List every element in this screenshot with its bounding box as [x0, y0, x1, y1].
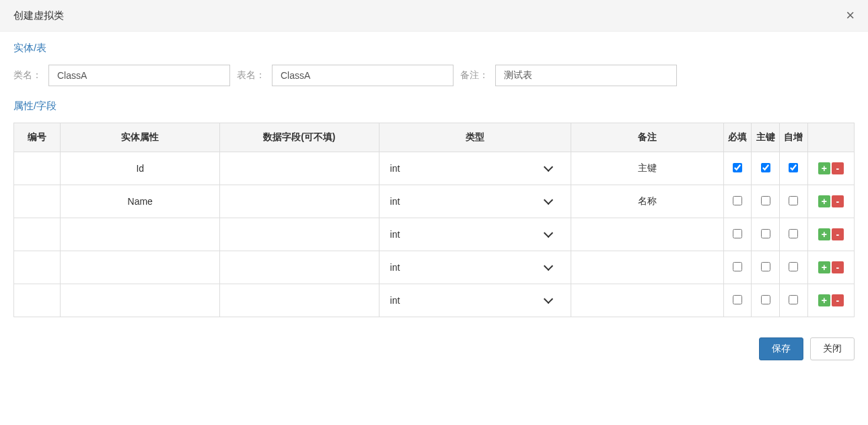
type-select[interactable]: int: [385, 292, 566, 308]
cell-auto: [779, 185, 807, 218]
table-row: Nameint名称+-: [14, 185, 855, 218]
auto-checkbox[interactable]: [789, 163, 798, 172]
table-name-label: 表名：: [237, 69, 265, 81]
cell-field[interactable]: [220, 152, 379, 185]
section-entity-title: 实体/表: [13, 42, 855, 55]
cell-remark[interactable]: [571, 218, 724, 251]
cell-required: [723, 185, 752, 218]
remove-row-button[interactable]: -: [832, 162, 844, 174]
add-row-button[interactable]: +: [818, 261, 830, 273]
cell-field[interactable]: [220, 218, 379, 251]
class-name-label: 类名：: [13, 69, 42, 81]
cell-no[interactable]: [14, 284, 61, 317]
modal-footer: 保存 关闭: [0, 327, 868, 370]
cell-attr[interactable]: Name: [61, 185, 220, 218]
cell-attr[interactable]: [61, 218, 220, 251]
cell-required: [723, 251, 752, 284]
cell-required: [723, 284, 752, 317]
pk-checkbox[interactable]: [761, 229, 770, 238]
remove-row-button[interactable]: -: [832, 294, 844, 306]
th-auto: 自增: [779, 123, 807, 152]
table-row: int+-: [14, 218, 855, 251]
add-row-button[interactable]: +: [818, 228, 830, 240]
pk-checkbox[interactable]: [761, 163, 770, 172]
cell-field[interactable]: [220, 284, 379, 317]
auto-checkbox[interactable]: [789, 229, 798, 238]
cell-pk: [752, 152, 780, 185]
cell-attr[interactable]: [61, 284, 220, 317]
pk-checkbox[interactable]: [761, 295, 770, 304]
cell-remark[interactable]: [571, 251, 724, 284]
cell-actions: +-: [807, 152, 855, 185]
cell-pk: [752, 218, 780, 251]
th-type: 类型: [379, 123, 571, 152]
required-checkbox[interactable]: [733, 229, 742, 238]
cell-remark[interactable]: 主键: [571, 152, 724, 185]
cell-remark[interactable]: [571, 284, 724, 317]
cell-type: int: [379, 218, 571, 251]
cell-pk: [752, 185, 780, 218]
cell-attr[interactable]: [61, 251, 220, 284]
th-required: 必填: [723, 123, 752, 152]
cell-auto: [779, 152, 807, 185]
remark-input[interactable]: [495, 65, 677, 86]
fields-table: 编号 实体属性 数据字段(可不填) 类型 备注 必填 主键 自增 Idint主键…: [13, 123, 855, 317]
type-select[interactable]: int: [385, 193, 566, 209]
add-row-button[interactable]: +: [818, 294, 830, 306]
remove-row-button[interactable]: -: [832, 195, 844, 207]
save-button[interactable]: 保存: [759, 337, 803, 360]
type-select[interactable]: int: [385, 160, 566, 176]
modal-header: 创建虚拟类 ×: [0, 0, 868, 32]
required-checkbox[interactable]: [733, 196, 742, 205]
table-row: int+-: [14, 284, 855, 317]
auto-checkbox[interactable]: [789, 295, 798, 304]
cell-pk: [752, 284, 780, 317]
cell-no[interactable]: [14, 218, 61, 251]
type-select[interactable]: int: [385, 259, 566, 275]
table-row: int+-: [14, 251, 855, 284]
table-row: Idint主键+-: [14, 152, 855, 185]
cell-auto: [779, 284, 807, 317]
required-checkbox[interactable]: [733, 262, 742, 271]
section-fields-title: 属性/字段: [13, 100, 855, 112]
cell-no[interactable]: [14, 152, 61, 185]
required-checkbox[interactable]: [733, 295, 742, 304]
class-name-input[interactable]: [48, 65, 230, 86]
table-name-input[interactable]: [272, 65, 454, 86]
th-no: 编号: [14, 123, 61, 152]
cell-actions: +-: [807, 218, 855, 251]
cell-actions: +-: [807, 251, 855, 284]
modal-title: 创建虚拟类: [13, 9, 64, 22]
add-row-button[interactable]: +: [818, 162, 830, 174]
modal-body: 实体/表 类名： 表名： 备注： 属性/字段 编号 实体属性 数据字段(可不填)…: [0, 32, 868, 327]
cell-no[interactable]: [14, 251, 61, 284]
th-attr: 实体属性: [61, 123, 220, 152]
cell-actions: +-: [807, 284, 855, 317]
auto-checkbox[interactable]: [789, 196, 798, 205]
cell-type: int: [379, 284, 571, 317]
auto-checkbox[interactable]: [789, 262, 798, 271]
close-button[interactable]: 关闭: [810, 337, 855, 360]
type-select[interactable]: int: [385, 226, 566, 242]
cell-pk: [752, 251, 780, 284]
cell-type: int: [379, 152, 571, 185]
cell-field[interactable]: [220, 185, 379, 218]
cell-type: int: [379, 251, 571, 284]
cell-field[interactable]: [220, 251, 379, 284]
cell-no[interactable]: [14, 185, 61, 218]
cell-attr[interactable]: Id: [61, 152, 220, 185]
pk-checkbox[interactable]: [761, 262, 770, 271]
required-checkbox[interactable]: [733, 163, 742, 172]
remove-row-button[interactable]: -: [832, 261, 844, 273]
remove-row-button[interactable]: -: [832, 228, 844, 240]
remark-label: 备注：: [460, 69, 489, 81]
close-icon[interactable]: ×: [846, 8, 855, 23]
pk-checkbox[interactable]: [761, 196, 770, 205]
cell-actions: +-: [807, 185, 855, 218]
cell-remark[interactable]: 名称: [571, 185, 724, 218]
th-pk: 主键: [752, 123, 780, 152]
cell-type: int: [379, 185, 571, 218]
th-remark: 备注: [571, 123, 724, 152]
th-field: 数据字段(可不填): [220, 123, 379, 152]
add-row-button[interactable]: +: [818, 195, 830, 207]
